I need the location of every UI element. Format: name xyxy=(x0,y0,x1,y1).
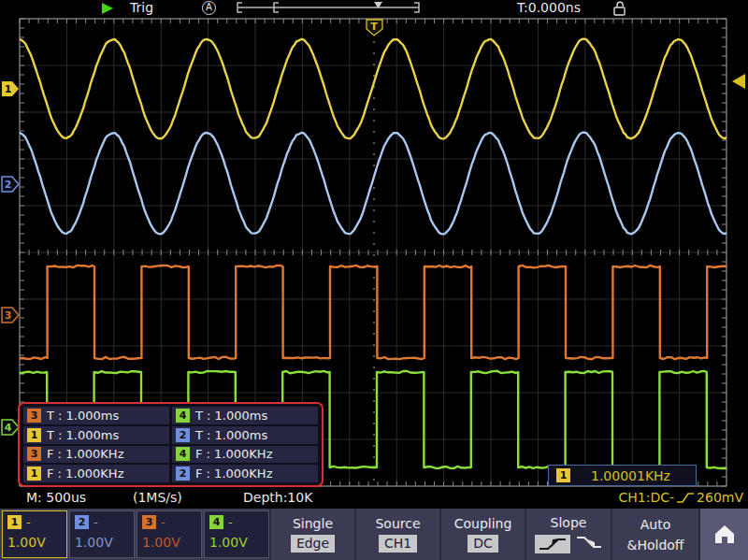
home-button[interactable] xyxy=(698,509,748,560)
falling-edge-icon xyxy=(575,534,603,551)
unlock-icon[interactable] xyxy=(612,0,627,16)
memory-depth-readout: Depth:10K xyxy=(243,489,312,507)
measure-value: F : 1.000KHz xyxy=(195,447,272,461)
channel1-button[interactable]: 1 - 1.00V xyxy=(2,510,67,558)
ch2-position-marker[interactable]: 2 xyxy=(2,177,19,192)
trigger-status-readout: CH1:DC- 260mV xyxy=(619,489,743,507)
measure-value: T : 1.000ms xyxy=(47,428,119,442)
ch3-scale: 1.00V xyxy=(142,535,196,550)
trigger-source-value[interactable]: CH1 xyxy=(379,535,417,553)
measurement-overlay: 3 T : 1.000ms 4 T : 1.000ms 1 T : 1.000m… xyxy=(18,402,324,487)
measure-ch1-freq: 1 F : 1.000KHz xyxy=(23,465,169,482)
trigger-mode-label: Single xyxy=(293,516,333,531)
ch3-coupling-dash: - xyxy=(161,515,165,529)
sample-rate-readout: (1MS/s) xyxy=(133,489,182,507)
trigger-mode-softkey[interactable]: Single Edge xyxy=(269,509,354,560)
measure-value: T : 1.000ms xyxy=(47,409,119,423)
ch1-badge: 1 xyxy=(27,428,41,442)
ch4-badge: 4 xyxy=(176,409,190,423)
ch2-coupling-dash: - xyxy=(94,515,98,529)
ch2-scale: 1.00V xyxy=(75,535,129,550)
trigger-source-softkey[interactable]: Source CH1 xyxy=(354,509,439,560)
frequency-counter: 1 1.00001KHz xyxy=(548,465,697,486)
measure-ch3-period: 3 T : 1.000ms xyxy=(23,407,169,424)
ch1-position-marker[interactable]: 1 xyxy=(2,81,19,96)
channel2-button[interactable]: 2 - 1.00V xyxy=(69,510,135,558)
top-status-bar: Trig A T:0.000ns xyxy=(0,0,748,16)
timebase-readout: M: 500us xyxy=(26,489,86,507)
trigger-source-text: CH1:DC- xyxy=(619,489,675,507)
measure-ch4-period: 4 T : 1.000ms xyxy=(172,407,318,424)
svg-text:3: 3 xyxy=(5,309,12,322)
rising-edge-icon xyxy=(676,491,695,505)
measure-value: T : 1.000ms xyxy=(195,409,267,423)
measure-row: 3 F : 1.000KHz 4 F : 1.000KHz xyxy=(23,446,318,464)
trigger-slope-label: Slope xyxy=(551,515,587,530)
ch1-badge: 1 xyxy=(7,515,22,529)
measure-ch2-period: 2 T : 1.000ms xyxy=(172,426,318,444)
softkey-menu: 1 - 1.00V 2 - 1.00V 3 - 1.00V 4 - 1.00V xyxy=(0,509,748,560)
measure-ch2-freq: 2 F : 1.000KHz xyxy=(172,465,318,482)
auto-holdoff-softkey[interactable]: Auto &Holdoff xyxy=(611,509,698,560)
measure-row: 1 F : 1.000KHz 2 F : 1.000KHz xyxy=(23,465,318,482)
trigger-slope-softkey[interactable]: Slope xyxy=(525,509,611,560)
ch4-coupling-dash: - xyxy=(228,515,233,529)
ch3-position-marker[interactable]: 3 xyxy=(2,308,19,323)
trigger-coupling-value[interactable]: DC xyxy=(468,535,498,553)
auto-trigger-icon: A xyxy=(202,1,216,15)
ch2-badge: 2 xyxy=(176,467,190,481)
channel4-button[interactable]: 4 - 1.00V xyxy=(204,510,269,558)
ch3-badge: 3 xyxy=(27,409,41,423)
trigger-position-marker[interactable]: T xyxy=(367,20,382,36)
measure-value: F : 1.000KHz xyxy=(195,467,272,481)
bottom-status-bar: M: 500us (1MS/s) Depth:10K CH1:DC- 260mV xyxy=(0,488,748,508)
channel-menu-area: 1 - 1.00V 2 - 1.00V 3 - 1.00V 4 - 1.00V xyxy=(0,509,269,560)
trigger-time-offset: T:0.000ns xyxy=(517,0,581,16)
ch1-trace xyxy=(20,39,726,139)
ch2-trace xyxy=(20,133,726,235)
ch4-badge: 4 xyxy=(209,515,223,529)
measure-ch3-freq: 3 F : 1.000KHz xyxy=(23,446,169,464)
trigger-level-marker[interactable] xyxy=(732,74,745,89)
ch4-badge: 4 xyxy=(176,447,190,461)
ch3-badge: 3 xyxy=(27,447,41,461)
measure-ch1-period: 1 T : 1.000ms xyxy=(23,426,169,444)
trigger-coupling-label: Coupling xyxy=(454,516,512,531)
ch1-scale: 1.00V xyxy=(7,535,62,550)
ch1-badge: 1 xyxy=(27,467,41,481)
rising-slope-option[interactable] xyxy=(535,535,570,553)
svg-text:1: 1 xyxy=(5,83,12,95)
ch2-badge: 2 xyxy=(75,515,89,529)
measure-row: 3 T : 1.000ms 4 T : 1.000ms xyxy=(23,407,318,424)
oscilloscope-screen: 1234T Trig A T:0.000ns 3 T : 1.000ms 4 T… xyxy=(0,0,748,560)
frequency-counter-value: 1.00001KHz xyxy=(591,468,670,483)
trigger-coupling-softkey[interactable]: Coupling DC xyxy=(439,509,525,560)
ch2-badge: 2 xyxy=(176,428,190,442)
ch4-position-marker[interactable]: 4 xyxy=(2,420,19,435)
measure-ch4-freq: 4 F : 1.000KHz xyxy=(172,446,318,464)
ch1-badge: 1 xyxy=(556,468,570,482)
trig-label: Trig xyxy=(130,0,153,16)
run-state-icon xyxy=(102,3,113,14)
rising-edge-icon xyxy=(537,536,568,553)
ch3-badge: 3 xyxy=(142,515,156,529)
trigger-mode-value[interactable]: Edge xyxy=(291,535,335,553)
ch4-scale: 1.00V xyxy=(209,535,264,550)
measure-value: F : 1.000KHz xyxy=(47,467,123,481)
channel3-button[interactable]: 3 - 1.00V xyxy=(137,510,202,558)
measure-value: F : 1.000KHz xyxy=(47,447,123,461)
svg-text:2: 2 xyxy=(5,179,12,191)
falling-slope-option[interactable] xyxy=(575,534,603,553)
svg-text:4: 4 xyxy=(5,422,12,434)
measure-value: T : 1.000ms xyxy=(195,428,267,442)
horizontal-position-indicator[interactable] xyxy=(236,1,423,14)
measure-row: 1 T : 1.000ms 2 T : 1.000ms xyxy=(23,426,318,444)
auto-label: Auto xyxy=(640,516,671,533)
trigger-source-label: Source xyxy=(375,516,420,531)
trigger-level-text: 260mV xyxy=(697,489,743,507)
svg-text:T: T xyxy=(370,21,378,33)
home-icon xyxy=(712,524,737,546)
holdoff-label: &Holdoff xyxy=(627,537,684,553)
ch1-coupling-dash: - xyxy=(26,515,31,529)
